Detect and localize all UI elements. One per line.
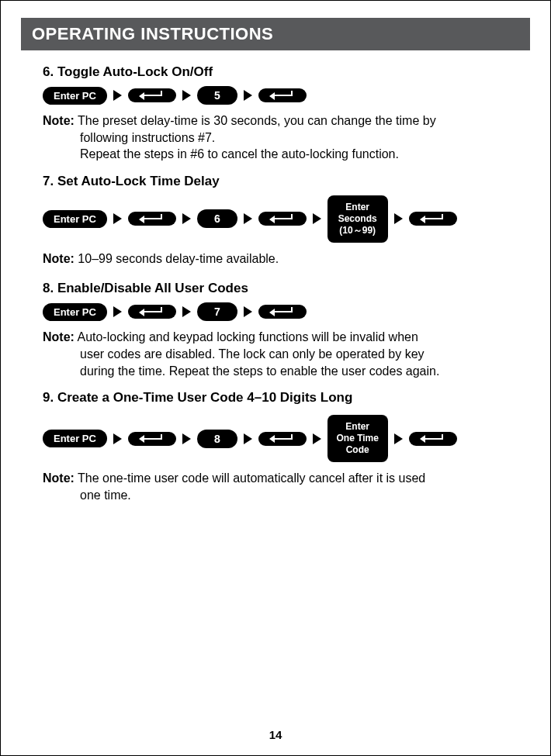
page-number: 14	[1, 728, 550, 741]
note-text: user codes are disabled. The lock can on…	[80, 346, 508, 363]
arrow-icon	[244, 306, 252, 317]
note-label: Note:	[43, 330, 75, 343]
box-line: Seconds	[338, 213, 377, 224]
enter-key-icon	[258, 212, 307, 226]
section-9-title: 9. Create a One-Time User Code 4–10 Digi…	[43, 390, 508, 406]
enter-pc-pill: Enter PC	[43, 430, 107, 447]
note-6: Note: The preset delay-time is 30 second…	[43, 112, 508, 163]
note-8: Note: Auto-locking and keypad locking fu…	[43, 329, 508, 379]
sequence-7: Enter PC 6 Enter Seconds (10～99)	[43, 195, 508, 243]
page-frame: OPERATING INSTRUCTIONS 6. Toggle Auto-Lo…	[0, 0, 551, 756]
arrow-icon	[182, 306, 191, 317]
section-8-title: 8. Enable/Disable All User Codes	[43, 281, 508, 296]
enter-key-icon	[258, 88, 307, 102]
enter-pc-pill: Enter PC	[43, 303, 107, 321]
arrow-icon	[182, 213, 191, 224]
note-9: Note: The one-time user code will automa…	[43, 470, 508, 503]
note-text: one time.	[80, 487, 508, 504]
arrow-icon	[394, 433, 403, 444]
note-7: Note: 10–99 seconds delay-time available…	[43, 250, 330, 268]
arrow-icon	[182, 433, 191, 444]
digit-pill: 6	[197, 209, 237, 228]
box-line: Code	[346, 444, 369, 455]
note-text: Repeat the steps in #6 to cancel the aut…	[80, 146, 508, 163]
note-text: The preset delay-time is 30 seconds, you…	[78, 114, 436, 127]
sequence-6: Enter PC 5	[43, 86, 508, 105]
arrow-icon	[394, 213, 403, 224]
note-text: Auto-locking and keypad locking function…	[77, 330, 418, 343]
enter-pc-pill: Enter PC	[43, 87, 107, 105]
enter-key-icon	[409, 432, 457, 446]
arrow-icon	[313, 433, 321, 444]
arrow-icon	[113, 90, 122, 101]
box-line: (10～99)	[339, 225, 376, 236]
header-bar: OPERATING INSTRUCTIONS	[21, 18, 530, 50]
note-text: The one-time user code will automaticall…	[78, 471, 425, 485]
enter-key-icon	[128, 212, 176, 226]
enter-key-icon	[128, 88, 176, 102]
note-label: Note:	[43, 114, 75, 127]
sequence-8: Enter PC 7	[43, 302, 508, 321]
arrow-icon	[182, 90, 191, 101]
arrow-icon	[113, 306, 122, 317]
note-text: 10–99 seconds delay-time available.	[78, 252, 279, 265]
arrow-icon	[113, 433, 122, 444]
enter-key-icon	[128, 432, 176, 446]
content: 6. Toggle Auto-Lock On/Off Enter PC 5 No…	[21, 64, 530, 503]
enter-one-time-code-box: Enter One Time Code	[327, 415, 388, 462]
box-line: Enter	[345, 421, 369, 432]
note-text: following instructions #7.	[80, 129, 508, 147]
digit-pill: 7	[197, 302, 237, 321]
note-label: Note:	[43, 471, 75, 485]
arrow-icon	[113, 213, 122, 224]
box-line: One Time	[336, 433, 378, 444]
enter-key-icon	[409, 212, 457, 226]
enter-key-icon	[258, 432, 307, 446]
arrow-icon	[244, 213, 252, 224]
note-text: during the time. Repeat the steps to ena…	[80, 363, 508, 380]
enter-key-icon	[258, 305, 307, 319]
digit-pill: 8	[197, 430, 237, 448]
note-label: Note:	[43, 252, 75, 265]
enter-seconds-box: Enter Seconds (10～99)	[327, 195, 388, 243]
arrow-icon	[244, 90, 252, 101]
enter-pc-pill: Enter PC	[43, 210, 107, 228]
section-6-title: 6. Toggle Auto-Lock On/Off	[43, 64, 508, 80]
section-7-title: 7. Set Auto-Lock Time Delay	[43, 174, 508, 189]
sequence-9: Enter PC 8 Enter One Time Code	[43, 415, 508, 462]
box-line: Enter	[345, 202, 369, 212]
arrow-icon	[244, 433, 252, 444]
digit-pill: 5	[197, 86, 237, 105]
arrow-icon	[313, 213, 321, 224]
enter-key-icon	[128, 305, 176, 319]
